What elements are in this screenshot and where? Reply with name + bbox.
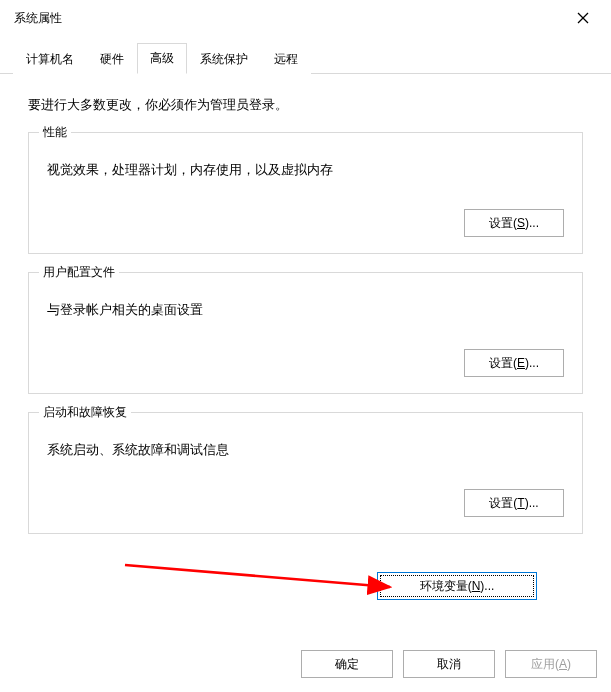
ok-button[interactable]: 确定	[301, 650, 393, 678]
tab-system-protection[interactable]: 系统保护	[187, 44, 261, 74]
user-profiles-settings-button[interactable]: 设置(E)...	[464, 349, 564, 377]
group-startup-recovery-legend: 启动和故障恢复	[39, 404, 131, 421]
group-performance-desc: 视觉效果，处理器计划，内存使用，以及虚拟内存	[47, 161, 564, 179]
environment-variables-button[interactable]: 环境变量(N)...	[377, 572, 537, 600]
tab-computer-name[interactable]: 计算机名	[13, 44, 87, 74]
startup-recovery-settings-button[interactable]: 设置(T)...	[464, 489, 564, 517]
titlebar: 系统属性	[0, 0, 611, 36]
dialog-footer-buttons: 确定 取消 应用(A)	[301, 650, 597, 678]
admin-notice: 要进行大多数更改，你必须作为管理员登录。	[28, 96, 583, 114]
group-performance: 性能 视觉效果，处理器计划，内存使用，以及虚拟内存 设置(S)...	[28, 132, 583, 254]
tab-content-advanced: 要进行大多数更改，你必须作为管理员登录。 性能 视觉效果，处理器计划，内存使用，…	[0, 74, 611, 610]
cancel-button[interactable]: 取消	[403, 650, 495, 678]
close-button[interactable]	[569, 4, 597, 32]
tab-hardware[interactable]: 硬件	[87, 44, 137, 74]
tab-advanced[interactable]: 高级	[137, 43, 187, 74]
tabs: 计算机名 硬件 高级 系统保护 远程	[0, 36, 611, 74]
window-title: 系统属性	[14, 10, 62, 27]
group-user-profiles: 用户配置文件 与登录帐户相关的桌面设置 设置(E)...	[28, 272, 583, 394]
performance-settings-button[interactable]: 设置(S)...	[464, 209, 564, 237]
group-startup-recovery: 启动和故障恢复 系统启动、系统故障和调试信息 设置(T)...	[28, 412, 583, 534]
group-startup-recovery-desc: 系统启动、系统故障和调试信息	[47, 441, 564, 459]
tab-remote[interactable]: 远程	[261, 44, 311, 74]
group-performance-legend: 性能	[39, 124, 71, 141]
apply-button[interactable]: 应用(A)	[505, 650, 597, 678]
group-user-profiles-desc: 与登录帐户相关的桌面设置	[47, 301, 564, 319]
group-user-profiles-legend: 用户配置文件	[39, 264, 119, 281]
close-icon	[577, 12, 589, 24]
